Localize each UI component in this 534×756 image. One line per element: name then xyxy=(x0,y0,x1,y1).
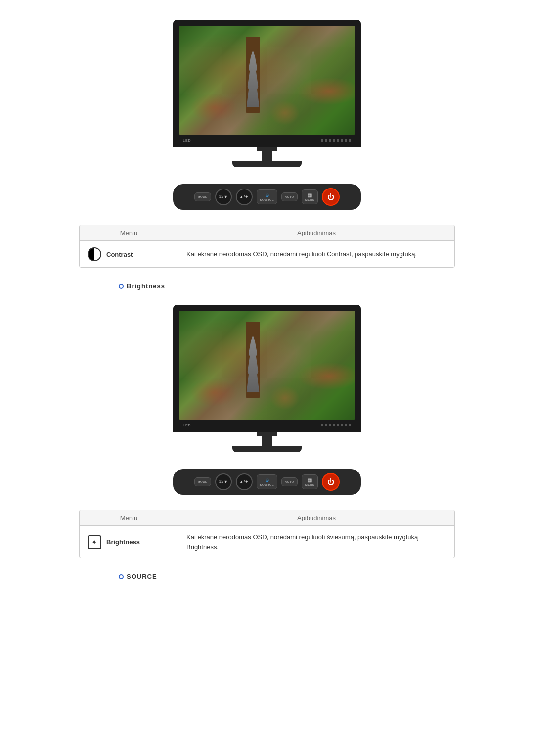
source-icon-2: ⊕ xyxy=(265,477,269,483)
contrast-cell-icon: Contrast xyxy=(80,241,178,267)
brightness-row: Brightness Kai ekrane nerodomas OSD, nor… xyxy=(80,526,454,558)
monitor-stand-neck-1 xyxy=(262,151,272,161)
up-brightness-icon-1: ▲/✦ xyxy=(239,194,249,199)
monitor-stand-base-2 xyxy=(232,446,302,452)
monitor-display-2 xyxy=(179,311,355,420)
source-section-text: SOURCE xyxy=(127,573,157,580)
mode-button-1[interactable]: MODE xyxy=(194,192,211,201)
monitor-stand-base-1 xyxy=(232,161,302,167)
monitor-controls-dots-2 xyxy=(321,424,351,426)
power-button-1[interactable]: ⏻ xyxy=(322,188,340,206)
monitor-led-label-2: LED xyxy=(183,424,191,427)
brightness-cell-icon: Brightness xyxy=(80,529,178,555)
brightness-dot-icon xyxy=(119,284,124,289)
table-header-2: Meniu Apibūdinimas xyxy=(80,510,454,526)
table-col1-header-2: Meniu xyxy=(80,510,178,525)
contrast-label: Contrast xyxy=(106,251,133,258)
brightness-section-text: Brightness xyxy=(127,283,165,290)
menu-button-2[interactable]: ▦ MENU xyxy=(302,474,318,489)
monitor-status-bar-2: LED xyxy=(179,420,355,430)
monitor-stand-top-2 xyxy=(257,432,277,436)
brightness-description: Kai ekrane nerodomas OSD, norėdami regul… xyxy=(178,526,454,558)
source-section-label: SOURCE xyxy=(119,573,157,580)
down-contrast-button-2[interactable]: ①/▼ xyxy=(215,473,232,490)
down-contrast-button-1[interactable]: ①/▼ xyxy=(215,189,232,205)
source-button-1[interactable]: ⊕ SOURCE xyxy=(257,189,278,204)
monitor-led-label-1: LED xyxy=(183,139,191,142)
table-header-1: Meniu Apibūdinimas xyxy=(80,225,454,241)
monitor-2: LED xyxy=(173,305,361,452)
monitor-stand-neck-2 xyxy=(262,436,272,446)
brightness-table: Meniu Apibūdinimas Brightness Kai ekrane… xyxy=(79,510,455,558)
contrast-row: Contrast Kai ekrane nerodomas OSD, norėd… xyxy=(80,241,454,267)
brightness-section-label: Brightness xyxy=(119,283,165,290)
mode-button-2[interactable]: MODE xyxy=(194,477,211,486)
up-brightness-icon-2: ▲/✦ xyxy=(239,479,249,484)
menu-icon-2: ▦ xyxy=(308,477,312,483)
table-col2-header-2: Apibūdinimas xyxy=(178,510,454,525)
menu-icon-1: ▦ xyxy=(308,192,312,198)
brightness-icon xyxy=(88,535,101,549)
menu-button-1[interactable]: ▦ MENU xyxy=(302,189,318,204)
source-icon-1: ⊕ xyxy=(265,192,269,198)
monitor-1: LED xyxy=(173,20,361,167)
auto-button-2[interactable]: AUTO xyxy=(281,477,298,486)
down-contrast-icon-2: ①/▼ xyxy=(219,479,228,484)
up-brightness-button-1[interactable]: ▲/✦ xyxy=(236,189,253,205)
monitor-display-1 xyxy=(179,26,355,135)
contrast-description: Kai ekrane nerodomas OSD, norėdami regul… xyxy=(178,243,454,265)
contrast-table: Meniu Apibūdinimas Contrast Kai ekrane n… xyxy=(79,225,455,268)
monitor-status-bar-1: LED xyxy=(179,135,355,145)
up-brightness-button-2[interactable]: ▲/✦ xyxy=(236,473,253,490)
monitor-stand-top-1 xyxy=(257,147,277,151)
table-col2-header-1: Apibūdinimas xyxy=(178,225,454,240)
auto-button-1[interactable]: AUTO xyxy=(281,192,298,201)
button-bar-2: MODE ①/▼ ▲/✦ ⊕ SOURCE AUTO ▦ MENU ⏻ xyxy=(173,469,361,495)
brightness-label: Brightness xyxy=(106,538,140,546)
source-dot-icon xyxy=(119,574,124,579)
table-col1-header-1: Meniu xyxy=(80,225,178,240)
down-contrast-icon-1: ①/▼ xyxy=(219,194,228,199)
contrast-icon xyxy=(88,247,101,261)
power-icon-1: ⏻ xyxy=(327,193,334,201)
monitor-screen-body-2: LED xyxy=(173,305,361,432)
power-icon-2: ⏻ xyxy=(327,478,334,486)
monitor-controls-dots-1 xyxy=(321,139,351,142)
button-bar-1: MODE ①/▼ ▲/✦ ⊕ SOURCE AUTO ▦ MENU ⏻ xyxy=(173,184,361,210)
source-button-2[interactable]: ⊕ SOURCE xyxy=(257,474,278,489)
power-button-2[interactable]: ⏻ xyxy=(322,473,340,491)
monitor-screen-body-1: LED xyxy=(173,20,361,147)
